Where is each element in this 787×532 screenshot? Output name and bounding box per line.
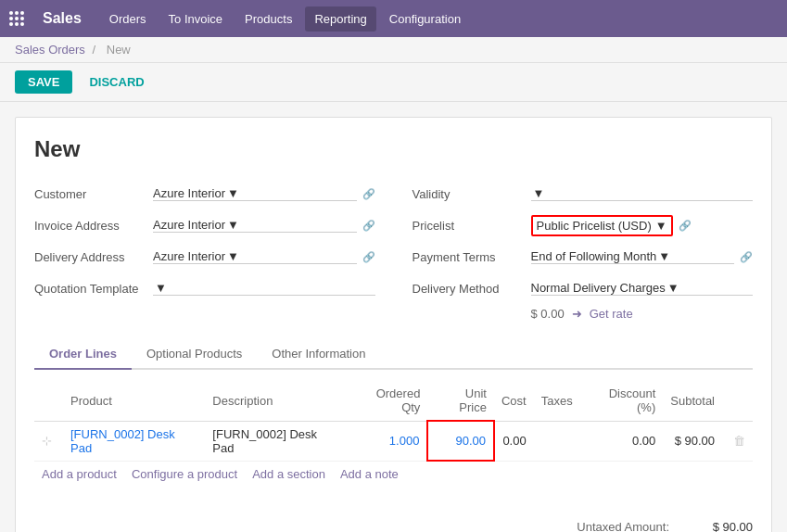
col-header-subtotal: Subtotal xyxy=(663,381,722,421)
taxes-cell[interactable] xyxy=(534,421,580,461)
drag-handle-cell: ⊹ xyxy=(34,421,63,461)
delivery-address-row: Delivery Address Azure Interior ▼ 🔗 xyxy=(34,244,375,270)
table-body: ⊹ [FURN_0002] Desk Pad [FURN_0002] Desk … xyxy=(34,421,753,461)
totals-section: Untaxed Amount: $ 90.00 Taxes: $ 0.00 To… xyxy=(567,520,753,532)
configure-product-link[interactable]: Configure a product xyxy=(132,467,237,481)
customer-label: Customer xyxy=(34,187,146,201)
payment-terms-ext-link-icon[interactable]: 🔗 xyxy=(740,251,753,263)
delivery-method-row: Delivery Method Normal Delivery Charges … xyxy=(413,275,754,301)
order-table: Product Description Ordered Qty Unit Pri… xyxy=(34,381,753,462)
col-header-qty: Ordered Qty xyxy=(348,381,428,421)
untaxed-value: $ 90.00 xyxy=(697,520,753,532)
customer-ext-link-icon[interactable]: 🔗 xyxy=(362,188,375,200)
get-rate-link[interactable]: Get rate xyxy=(590,307,633,321)
col-header-discount: Discount (%) xyxy=(580,381,664,421)
add-note-link[interactable]: Add a note xyxy=(340,467,399,481)
add-section-link[interactable]: Add a section xyxy=(252,467,325,481)
page-title: New xyxy=(34,136,753,162)
untaxed-label: Untaxed Amount: xyxy=(567,520,669,532)
payment-terms-row: Payment Terms End of Following Month ▼ 🔗 xyxy=(413,244,754,270)
nav-orders[interactable]: Orders xyxy=(100,6,156,32)
form-left-column: Customer Azure Interior ▼ 🔗 Invoice Addr… xyxy=(34,181,375,321)
pricelist-value: Public Pricelist (USD) xyxy=(537,219,652,233)
breadcrumb-current: New xyxy=(107,43,131,57)
description-cell[interactable]: [FURN_0002] Desk Pad xyxy=(205,421,347,461)
cost-cell[interactable]: 0.00 xyxy=(494,421,534,461)
nav-to-invoice[interactable]: To Invoice xyxy=(159,6,233,32)
delivery-address-ext-link-icon[interactable]: 🔗 xyxy=(362,251,375,263)
payment-terms-label: Payment Terms xyxy=(413,250,524,264)
breadcrumb-parent[interactable]: Sales Orders xyxy=(15,43,85,57)
delivery-address-value: Azure Interior xyxy=(153,249,225,263)
add-product-link[interactable]: Add a product xyxy=(42,467,117,481)
validity-label: Validity xyxy=(413,187,524,201)
save-button[interactable]: SAVE xyxy=(15,70,72,94)
app-name: Sales xyxy=(43,10,82,27)
invoice-address-value: Azure Interior xyxy=(153,218,225,232)
col-header-product: Product xyxy=(63,381,205,421)
add-row-links: Add a product Configure a product Add a … xyxy=(34,462,753,487)
totals-table: Untaxed Amount: $ 90.00 Taxes: $ 0.00 To… xyxy=(567,520,753,532)
payment-terms-value: End of Following Month xyxy=(531,249,657,263)
app-grid-icon[interactable] xyxy=(9,11,24,26)
quotation-template-row: Quotation Template ▼ xyxy=(34,275,375,301)
tab-optional-products[interactable]: Optional Products xyxy=(132,339,257,370)
invoice-address-ext-link-icon[interactable]: 🔗 xyxy=(362,220,375,232)
form-right-column: Validity ▼ Pricelist Public Pricelist (U… xyxy=(413,181,754,321)
discard-button[interactable]: DISCARD xyxy=(80,70,153,94)
tab-other-information[interactable]: Other Information xyxy=(257,339,380,370)
delivery-address-label: Delivery Address xyxy=(34,250,146,264)
pricelist-row: Pricelist Public Pricelist (USD) ▼ 🔗 xyxy=(413,212,754,238)
nav-configuration[interactable]: Configuration xyxy=(380,6,470,32)
delivery-cost-value: $ 0.00 xyxy=(531,307,565,321)
grid-dots-icon xyxy=(9,11,24,26)
pricelist-ext-link-icon[interactable]: 🔗 xyxy=(679,220,692,232)
product-cell[interactable]: [FURN_0002] Desk Pad xyxy=(63,421,205,461)
breadcrumb: Sales Orders / New xyxy=(0,37,787,63)
table-row: ⊹ [FURN_0002] Desk Pad [FURN_0002] Desk … xyxy=(34,421,753,461)
untaxed-row: Untaxed Amount: $ 90.00 xyxy=(567,520,753,532)
qty-cell[interactable]: 1.000 xyxy=(348,421,428,461)
delivery-method-label: Delivery Method xyxy=(413,282,524,296)
pricelist-highlight-box[interactable]: Public Pricelist (USD) ▼ xyxy=(531,215,673,236)
order-tabs: Order Lines Optional Products Other Info… xyxy=(34,339,753,370)
nav-products[interactable]: Products xyxy=(235,6,301,32)
arrow-right-icon: ➜ xyxy=(572,307,582,321)
pricelist-label: Pricelist xyxy=(413,219,524,233)
subtotal-cell: $ 90.00 xyxy=(663,421,722,461)
validity-row: Validity ▼ xyxy=(413,181,754,207)
delete-row-icon[interactable]: 🗑 xyxy=(733,434,745,448)
delete-cell: 🗑 xyxy=(722,421,753,461)
delivery-method-value: Normal Delivery Charges xyxy=(531,281,666,295)
col-header-description: Description xyxy=(205,381,347,421)
footer-row: Terms and conditions... (note: you can s… xyxy=(34,505,753,532)
unit-price-cell[interactable]: 90.00 xyxy=(427,421,494,461)
col-header-unit-price: Unit Price xyxy=(427,381,494,421)
quotation-template-label: Quotation Template xyxy=(34,282,146,296)
table-header: Product Description Ordered Qty Unit Pri… xyxy=(34,381,753,421)
delivery-cost-row: $ 0.00 ➜ Get rate xyxy=(413,307,754,321)
form-section: Customer Azure Interior ▼ 🔗 Invoice Addr… xyxy=(34,181,753,321)
discount-cell[interactable]: 0.00 xyxy=(580,421,664,461)
customer-row: Customer Azure Interior ▼ 🔗 xyxy=(34,181,375,207)
tab-order-lines[interactable]: Order Lines xyxy=(34,339,132,370)
invoice-address-label: Invoice Address xyxy=(34,219,146,233)
main-content: New Customer Azure Interior ▼ 🔗 Invoice … xyxy=(15,117,772,532)
nav-reporting[interactable]: Reporting xyxy=(305,6,375,32)
col-header-cost: Cost xyxy=(494,381,534,421)
drag-handle-icon[interactable]: ⊹ xyxy=(42,434,52,448)
nav-links: Orders To Invoice Products Reporting Con… xyxy=(100,6,470,32)
customer-value: Azure Interior xyxy=(153,186,225,200)
col-header-taxes: Taxes xyxy=(534,381,580,421)
invoice-address-row: Invoice Address Azure Interior ▼ 🔗 xyxy=(34,212,375,238)
action-bar: SAVE DISCARD xyxy=(0,63,787,102)
top-navigation: Sales Orders To Invoice Products Reporti… xyxy=(0,0,787,37)
